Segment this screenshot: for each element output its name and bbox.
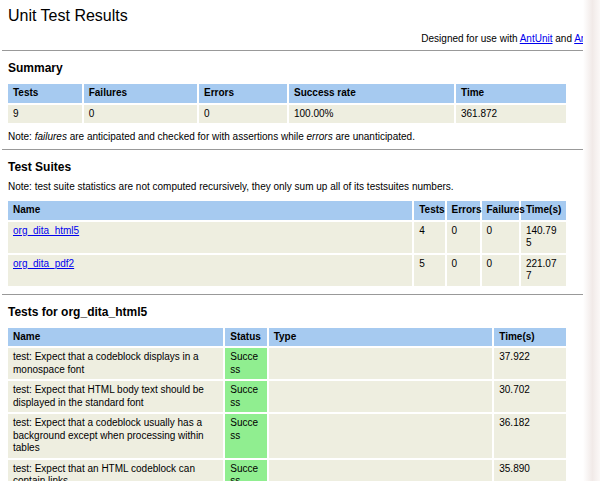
suite-name-cell: org_dita_pdf2 xyxy=(8,255,412,286)
summary-col-errors: Errors xyxy=(199,84,287,103)
ant-link[interactable]: Ant xyxy=(574,33,589,44)
summary-time-value: 361.872 xyxy=(456,105,566,124)
test-name-cell: test: Expect that a codeblock displays i… xyxy=(8,348,223,379)
report-page: Unit Test Results Designed for use with … xyxy=(0,0,600,481)
summary-data-row: 9 0 0 100.00% 361.872 xyxy=(8,105,566,124)
tagline-suffix: . xyxy=(589,33,592,44)
test-type-cell xyxy=(269,381,493,412)
summary-errors-value: 0 xyxy=(199,105,287,124)
test-time-cell: 35.890 xyxy=(494,460,566,481)
summary-note-errors: errors xyxy=(307,131,333,142)
summary-tests-value: 9 xyxy=(8,105,82,124)
summary-note-prefix: Note: xyxy=(8,131,35,142)
suite-time-cell: 221.077 xyxy=(521,255,566,286)
test-status-cell: Success xyxy=(225,414,266,458)
suite-failures-cell: 0 xyxy=(482,222,519,253)
divider xyxy=(2,294,598,295)
summary-table: Tests Failures Errors Success rate Time … xyxy=(6,82,568,125)
table-row: org_dita_pdf2 5 0 0 221.077 xyxy=(8,255,566,286)
tagline-middle: and xyxy=(553,33,575,44)
table-row: org_dita_html5 4 0 0 140.795 xyxy=(8,222,566,253)
tagline-prefix: Designed for use with xyxy=(421,33,519,44)
summary-col-failures: Failures xyxy=(84,84,197,103)
test-time-cell: 30.702 xyxy=(494,381,566,412)
suites-header-row: Name Tests Errors Failures Time(s) xyxy=(8,201,566,220)
table-row: test: Expect that an HTML codeblock can … xyxy=(8,460,566,481)
suite-time-cell: 140.795 xyxy=(521,222,566,253)
tests-col-type: Type xyxy=(269,328,493,347)
test-time-cell: 37.922 xyxy=(494,348,566,379)
antunit-link[interactable]: AntUnit xyxy=(520,33,553,44)
test-name-cell: test: Expect that HTML body text should … xyxy=(8,381,223,412)
suites-col-errors: Errors xyxy=(447,201,480,220)
tests-col-name: Name xyxy=(8,328,223,347)
suite-failures-cell: 0 xyxy=(482,255,519,286)
tests-col-time: Time(s) xyxy=(494,328,566,347)
suites-table: Name Tests Errors Failures Time(s) org_d… xyxy=(6,199,568,288)
tests-col-status: Status xyxy=(225,328,266,347)
summary-heading: Summary xyxy=(8,61,592,75)
suite-errors-cell: 0 xyxy=(447,255,480,286)
test-name-cell: test: Expect that an HTML codeblock can … xyxy=(8,460,223,481)
suites-note: Note: test suite statistics are not comp… xyxy=(8,181,592,192)
suite-link-org-dita-html5[interactable]: org_dita_html5 xyxy=(13,225,79,236)
suite-tests-cell: 5 xyxy=(414,255,444,286)
test-type-cell xyxy=(269,460,493,481)
tagline: Designed for use with AntUnit and Ant. xyxy=(8,33,592,44)
suite-errors-cell: 0 xyxy=(447,222,480,253)
table-row: test: Expect that a codeblock displays i… xyxy=(8,348,566,379)
summary-note-suffix: are unanticipated. xyxy=(333,131,415,142)
summary-note: Note: failures are anticipated and check… xyxy=(8,131,592,142)
summary-failures-value: 0 xyxy=(84,105,197,124)
summary-note-failures: failures xyxy=(35,131,67,142)
suites-col-failures: Failures xyxy=(482,201,519,220)
divider xyxy=(2,50,598,51)
suite-link-org-dita-pdf2[interactable]: org_dita_pdf2 xyxy=(13,258,74,269)
suites-heading: Test Suites xyxy=(8,160,592,174)
suite-tests-cell: 4 xyxy=(414,222,444,253)
suites-col-time: Time(s) xyxy=(521,201,566,220)
test-status-cell: Success xyxy=(225,348,266,379)
test-status-cell: Success xyxy=(225,460,266,481)
tests-header-row: Name Status Type Time(s) xyxy=(8,328,566,347)
test-name-cell: test: Expect that a codeblock usually ha… xyxy=(8,414,223,458)
test-status-cell: Success xyxy=(225,381,266,412)
table-row: test: Expect that HTML body text should … xyxy=(8,381,566,412)
tests-html5-table: Name Status Type Time(s) test: Expect th… xyxy=(6,326,568,481)
summary-col-tests: Tests xyxy=(8,84,82,103)
summary-success-rate-value: 100.00% xyxy=(289,105,454,124)
summary-note-middle: are anticipated and checked for with ass… xyxy=(67,131,307,142)
test-type-cell xyxy=(269,348,493,379)
test-type-cell xyxy=(269,414,493,458)
summary-header-row: Tests Failures Errors Success rate Time xyxy=(8,84,566,103)
table-row: test: Expect that a codeblock usually ha… xyxy=(8,414,566,458)
tests-html5-heading: Tests for org_dita_html5 xyxy=(8,305,592,319)
summary-col-time: Time xyxy=(456,84,566,103)
suites-col-name: Name xyxy=(8,201,412,220)
divider xyxy=(2,149,598,150)
suite-name-cell: org_dita_html5 xyxy=(8,222,412,253)
summary-col-success-rate: Success rate xyxy=(289,84,454,103)
suites-col-tests: Tests xyxy=(414,201,444,220)
test-time-cell: 36.182 xyxy=(494,414,566,458)
page-title: Unit Test Results xyxy=(8,7,592,25)
